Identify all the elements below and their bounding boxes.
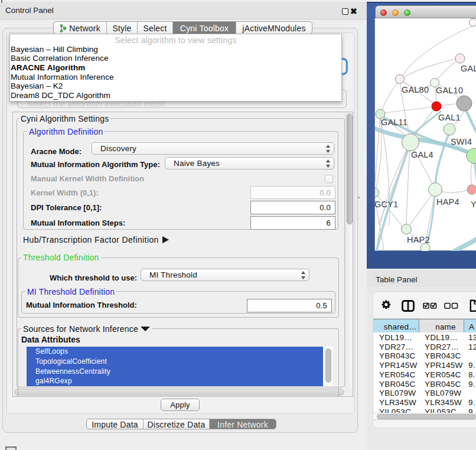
svg-text:GAL7: GAL7 — [461, 64, 476, 73]
svg-text:GAL11: GAL11 — [381, 118, 407, 127]
svg-text:GAL10: GAL10 — [436, 86, 463, 95]
svg-text:HAP2: HAP2 — [407, 235, 430, 244]
svg-text:GAL80: GAL80 — [402, 85, 429, 94]
svg-text:GAL4: GAL4 — [411, 150, 433, 159]
svg-text:YD: YD — [471, 200, 476, 209]
svg-text:HAP4: HAP4 — [436, 197, 459, 207]
svg-text:GAL1: GAL1 — [438, 113, 461, 122]
svg-text:SWI4: SWI4 — [451, 137, 472, 146]
svg-text:GCY1: GCY1 — [375, 200, 398, 209]
